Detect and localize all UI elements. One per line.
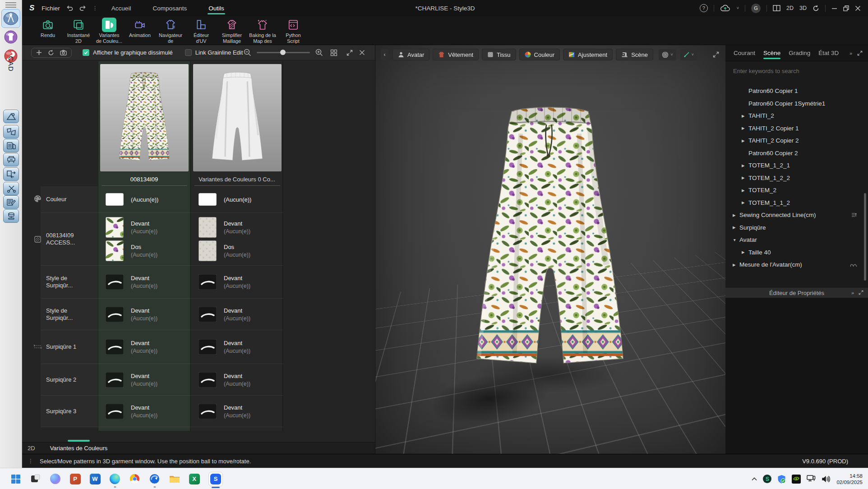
ribbon-animation-button[interactable]: Animation: [126, 16, 154, 45]
stitch-cell[interactable]: Devant(Aucun(e)): [191, 330, 283, 364]
tree-item-patron60-copier-2[interactable]: Patron60 Copier 2: [725, 147, 868, 160]
render-style-dropdown[interactable]: ˅: [659, 49, 676, 60]
tree-item-totem-1-1-2[interactable]: ▶TOTEM_1_1_2: [725, 197, 868, 209]
view-3d-button[interactable]: 3D: [799, 5, 807, 11]
cad-notes-tool[interactable]: [3, 195, 19, 209]
stitch-swatch[interactable]: [199, 339, 217, 355]
sync-icon[interactable]: [813, 5, 819, 12]
ribbon-rendu-button[interactable]: Rendu: [34, 16, 62, 45]
close-button[interactable]: [855, 5, 861, 11]
chrome-icon[interactable]: [129, 473, 140, 484]
tab-etat-3d[interactable]: État 3D: [818, 46, 839, 60]
tray-nvidia-icon[interactable]: [792, 475, 801, 484]
panel-expand-icon[interactable]: [857, 51, 863, 56]
fabric-swatch-devant[interactable]: [106, 217, 124, 238]
row-label[interactable]: Couleur: [41, 186, 98, 213]
couleur-cell[interactable]: (Aucun(e)): [191, 186, 283, 213]
cad-import-export-tool[interactable]: [3, 167, 19, 181]
tree-item-totem-2[interactable]: ▶TOTEM_2: [725, 184, 868, 197]
powerpoint-icon[interactable]: P: [69, 473, 81, 484]
zoom-out-icon[interactable]: [244, 49, 251, 56]
menu-outils[interactable]: Outils: [208, 1, 225, 15]
stitch-cell-selected[interactable]: Devant(Aucun(e)): [98, 330, 191, 364]
style3d-taskbar-active[interactable]: S: [208, 472, 223, 486]
word-icon[interactable]: W: [89, 473, 101, 484]
file-menu[interactable]: Fichier: [42, 5, 60, 12]
stitch-cell[interactable]: Devant(Aucun(e)): [191, 266, 283, 299]
tree-item-surpiqure[interactable]: ▶Surpiqûre: [725, 221, 868, 234]
color-swatch[interactable]: [199, 193, 217, 206]
cad-scissors-tool[interactable]: [3, 182, 19, 195]
user-avatar[interactable]: G: [751, 4, 761, 13]
tree-item-tahiti-2-copier-2[interactable]: ▶TAHITI_2 Copier 2: [725, 134, 868, 147]
cloud-dropdown-chevron-icon[interactable]: ˅: [737, 6, 739, 10]
blue-utility-app-icon[interactable]: [149, 473, 160, 484]
tree-item-taille-40[interactable]: ▶Taille 40: [725, 246, 868, 259]
stitch-swatch[interactable]: [106, 339, 124, 355]
garment-3d-pants[interactable]: [444, 98, 656, 381]
ribbon-instantane-2d-button[interactable]: Instantané2D: [65, 16, 92, 45]
help-icon[interactable]: ?: [700, 4, 708, 12]
redo-icon[interactable]: [79, 5, 86, 11]
close-panel-icon[interactable]: [359, 50, 365, 55]
more-options-kebab-icon[interactable]: ⋮: [92, 5, 98, 11]
tree-item-patron60-copier-1[interactable]: Patron60 Copier 1: [725, 85, 868, 97]
ribbon-variantes-couleur-button[interactable]: Variantesde Couleu...: [95, 16, 123, 45]
fabric-cell[interactable]: Devant(Aucun(e)) Dos(Aucun(e)): [191, 213, 283, 266]
row-label[interactable]: Surpiqûre 1: [41, 330, 98, 364]
sewing-list-icon[interactable]: [851, 212, 857, 217]
tree-item-avatar[interactable]: ▼Avatar: [725, 234, 868, 246]
cad-garment-tool[interactable]: [3, 30, 18, 44]
fabric-swatch-dos[interactable]: [106, 240, 124, 261]
tray-defender-icon[interactable]: [777, 475, 786, 484]
scene-scrollbar[interactable]: [864, 193, 866, 281]
stitch-cell[interactable]: Devant(Aucun(e)): [191, 299, 283, 330]
variant-name[interactable]: Variantes de Couleurs 0 Co...: [191, 173, 283, 185]
tab-scene[interactable]: Scène: [763, 46, 780, 60]
refresh-colorway-icon[interactable]: [48, 50, 54, 56]
copilot-icon[interactable]: [50, 473, 61, 484]
fabric-cell-selected[interactable]: Devant(Aucun(e)) Dos(Aucun(e)): [98, 213, 191, 266]
tabs-overflow-icon[interactable]: »: [850, 51, 852, 56]
tab-2d[interactable]: 2D: [28, 445, 35, 452]
ajustement-mode-button[interactable]: Ajustement: [563, 49, 613, 60]
stitch-cell-selected[interactable]: Devant(Aucun(e)): [98, 299, 191, 330]
minimize-button[interactable]: [831, 5, 837, 11]
properties-expand-icon[interactable]: [859, 290, 863, 295]
viewport-3d[interactable]: ‹ Avatar Vêtement Tissu Couleur Ajusteme…: [375, 45, 725, 454]
row-label[interactable]: Surpiqûre 3: [41, 396, 98, 427]
stitch-swatch[interactable]: [199, 307, 217, 322]
fabric-swatch-dos[interactable]: [199, 240, 217, 261]
scene-search-input[interactable]: [733, 68, 855, 74]
viewport-expand-icon[interactable]: [713, 51, 719, 58]
stitch-cell[interactable]: Devant(Aucun(e)): [191, 396, 283, 427]
desktop-app-icon[interactable]: [30, 473, 41, 484]
tree-item-totem-1-2-2[interactable]: ▶TOTEM_1_2_2: [725, 172, 868, 185]
pen-tool-dropdown[interactable]: ˅: [680, 49, 697, 60]
menu-accueil[interactable]: Accueil: [111, 1, 132, 15]
stitch-cell[interactable]: Devant(Aucun(e)): [191, 364, 283, 396]
row-label[interactable]: Style de Surpiqûr...: [41, 266, 98, 299]
tree-item-sewing-connected-line[interactable]: ▶Sewing Connected Line(cm): [725, 209, 868, 221]
tab-variantes-de-couleurs[interactable]: Variantes de Couleurs: [50, 445, 108, 452]
menu-composants[interactable]: Composants: [152, 1, 188, 15]
link-grainline-checkbox[interactable]: [185, 49, 192, 56]
horizontal-scrollbar[interactable]: [68, 440, 90, 442]
ribbon-baking-map-button[interactable]: Baking de laMap des: [249, 16, 277, 45]
row-label[interactable]: Style de Surpiqûr...: [41, 299, 98, 330]
ribbon-editeur-uv-button[interactable]: Éditeurd'UV: [187, 16, 215, 45]
tray-style3d-icon[interactable]: S: [763, 475, 771, 483]
properties-editor-bar[interactable]: Éditeur de Propriétés »: [725, 288, 868, 298]
tree-item-tahiti-2[interactable]: ▶TAHITI_2: [725, 110, 868, 122]
ribbon-navigateur-button[interactable]: Navigateurde: [157, 16, 185, 45]
add-colorway-icon[interactable]: [36, 50, 42, 55]
stitch-swatch[interactable]: [199, 372, 217, 388]
couleur-cell-selected[interactable]: (Aucun(e)): [98, 186, 191, 213]
cad-database-tool[interactable]: [3, 209, 19, 223]
cad-calculator-tool[interactable]: [3, 139, 19, 152]
measure-icon[interactable]: [850, 263, 857, 267]
tab-grading[interactable]: Grading: [789, 46, 810, 60]
avatar-mode-button[interactable]: Avatar: [392, 49, 429, 60]
tray-network-icon[interactable]: [807, 475, 816, 483]
tree-item-totem-1-2-1[interactable]: ▶TOTEM_1_2_1: [725, 159, 868, 172]
